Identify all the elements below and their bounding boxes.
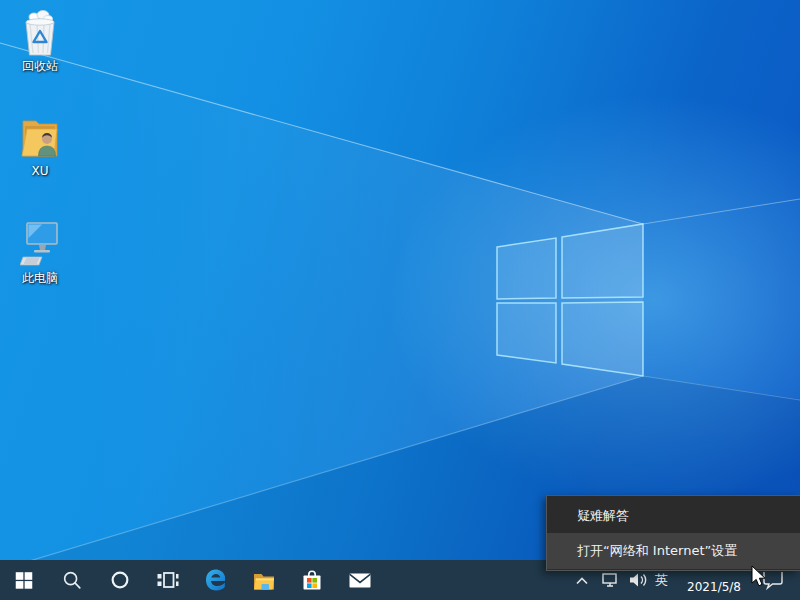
edge-button[interactable] [192, 560, 240, 600]
magnifier-icon [61, 569, 83, 591]
taskbar-clock-date[interactable]: 2021/5/8 [687, 580, 741, 594]
menu-item-troubleshoot[interactable]: 疑难解答 [547, 499, 800, 533]
desktop-icon-label: 回收站 [22, 59, 58, 73]
recycle-bin-icon [20, 9, 60, 57]
show-hidden-icons-chevron[interactable] [574, 574, 590, 588]
ime-language-indicator[interactable]: 英 [655, 572, 668, 588]
volume-icon[interactable] [629, 572, 649, 588]
cortana-button[interactable] [96, 560, 144, 600]
desktop-icon-this-pc[interactable]: 此电脑 [8, 221, 72, 285]
task-view-icon [156, 568, 180, 592]
this-pc-icon [20, 221, 60, 269]
task-view-button[interactable] [144, 560, 192, 600]
desktop: 回收站 XU 此电脑 [0, 0, 800, 600]
file-explorer-button[interactable] [240, 560, 288, 600]
start-button[interactable] [0, 560, 48, 600]
windows-logo-icon [13, 569, 35, 591]
desktop-icon-label: XU [31, 164, 48, 178]
desktop-icon-user-folder[interactable]: XU [8, 114, 72, 178]
store-button[interactable] [288, 560, 336, 600]
search-button[interactable] [48, 560, 96, 600]
cortana-ring-icon [109, 569, 131, 591]
envelope-icon [347, 567, 373, 593]
network-icon[interactable] [601, 572, 619, 588]
store-bag-icon [299, 567, 325, 593]
windows-logo [497, 224, 643, 376]
tray-context-menu: 疑难解答 打开“网络和 Internet”设置 [546, 495, 800, 571]
mail-button[interactable] [336, 560, 384, 600]
action-center-icon[interactable] [762, 570, 784, 592]
folder-icon [252, 568, 276, 592]
edge-e-icon [203, 567, 229, 593]
menu-item-open-network-internet-settings[interactable]: 打开“网络和 Internet”设置 [547, 533, 800, 569]
desktop-icon-label: 此电脑 [22, 271, 58, 285]
desktop-icon-recycle-bin[interactable]: 回收站 [8, 9, 72, 73]
user-folder-icon [20, 114, 60, 162]
